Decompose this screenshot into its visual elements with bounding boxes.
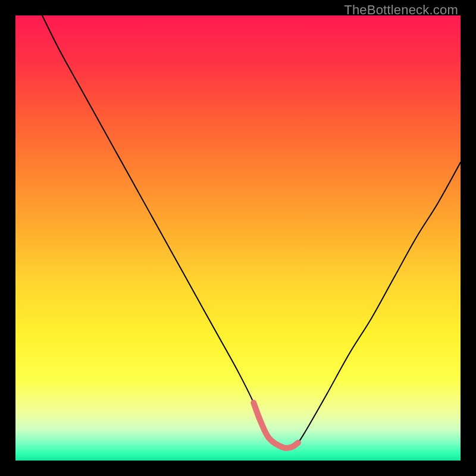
curve-layer [15, 15, 461, 461]
valley-accent [253, 403, 298, 448]
plot-area [15, 15, 461, 461]
bottleneck-curve [42, 15, 461, 448]
watermark-text: TheBottleneck.com [344, 2, 458, 18]
chart-frame: TheBottleneck.com [0, 0, 476, 476]
